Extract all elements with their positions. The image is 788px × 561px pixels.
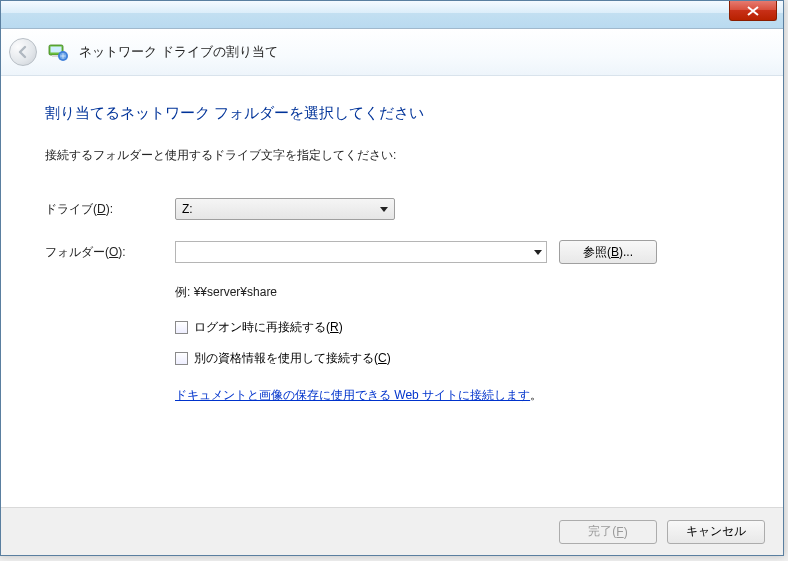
connect-website-link[interactable]: ドキュメントと画像の保存に使用できる Web サイトに接続します — [175, 387, 530, 404]
drive-label: ドライブ(D): — [45, 201, 175, 218]
drive-row: ドライブ(D): Z: — [45, 198, 739, 220]
different-credentials-row: 別の資格情報を使用して接続する(C) — [175, 350, 739, 367]
close-icon — [747, 6, 759, 16]
example-text: 例: ¥¥server¥share — [175, 284, 739, 301]
web-link-row: ドキュメントと画像の保存に使用できる Web サイトに接続します。 — [175, 381, 739, 404]
reconnect-row: ログオン時に再接続する(R) — [175, 319, 739, 336]
browse-button[interactable]: 参照(B)... — [559, 240, 657, 264]
header-title: ネットワーク ドライブの割り当て — [79, 43, 278, 61]
svg-rect-1 — [51, 47, 62, 53]
network-drive-icon — [47, 41, 69, 63]
credentials-label: 別の資格情報を使用して接続する(C) — [194, 350, 391, 367]
finish-button: 完了(F) — [559, 520, 657, 544]
content-area: 割り当てるネットワーク フォルダーを選択してください 接続するフォルダーと使用す… — [1, 76, 783, 424]
folder-row: フォルダー(O): 参照(B)... — [45, 240, 739, 264]
folder-combobox[interactable] — [175, 241, 547, 263]
drive-select[interactable]: Z: — [175, 198, 395, 220]
reconnect-label: ログオン時に再接続する(R) — [194, 319, 343, 336]
titlebar — [1, 1, 783, 29]
dropdown-arrow-icon — [380, 207, 388, 212]
drive-value: Z: — [182, 202, 193, 216]
cancel-button[interactable]: キャンセル — [667, 520, 765, 544]
wizard-header: ネットワーク ドライブの割り当て — [1, 29, 783, 76]
page-heading: 割り当てるネットワーク フォルダーを選択してください — [45, 104, 739, 123]
folder-label: フォルダー(O): — [45, 244, 175, 261]
credentials-checkbox[interactable] — [175, 352, 188, 365]
dropdown-arrow-icon — [534, 250, 542, 255]
back-arrow-icon — [16, 45, 30, 59]
reconnect-checkbox[interactable] — [175, 321, 188, 334]
button-footer: 完了(F) キャンセル — [1, 507, 783, 555]
instruction-text: 接続するフォルダーと使用するドライブ文字を指定してください: — [45, 147, 739, 164]
map-network-drive-wizard: ネットワーク ドライブの割り当て 割り当てるネットワーク フォルダーを選択してく… — [0, 0, 784, 556]
back-button[interactable] — [9, 38, 37, 66]
close-button[interactable] — [729, 1, 777, 21]
